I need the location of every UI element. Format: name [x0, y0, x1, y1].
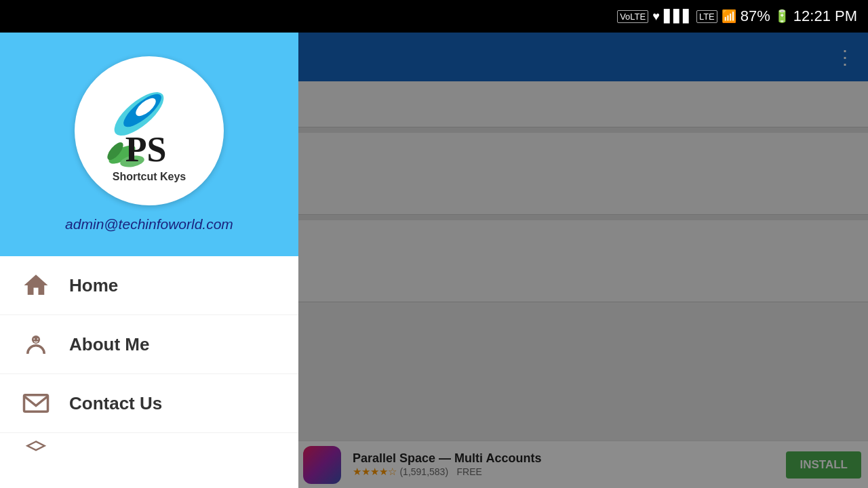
battery-icon: 🔋: [774, 9, 789, 24]
lte-badge: LTE: [696, 10, 717, 23]
svg-rect-12: [24, 395, 48, 412]
nav-item-about[interactable]: About Me: [0, 315, 298, 374]
svg-point-11: [37, 338, 39, 340]
status-bar: VoLTE ♥ ▋▋▋ LTE 📶 87% 🔋 12:21 PM: [0, 0, 868, 33]
bookmark-icon-wrap: [19, 440, 53, 453]
drawer-nav: Home About Me: [0, 256, 298, 488]
email-icon-wrap: [19, 389, 53, 418]
vol-lte-badge: VoLTE: [617, 10, 648, 23]
nav-drawer: PS Shortcut Keys admin@techinfoworld.com…: [0, 33, 298, 488]
logo-svg: PS Shortcut Keys: [85, 66, 214, 195]
battery-percent: 87%: [741, 7, 770, 25]
alarm-icon: ♥: [652, 9, 660, 24]
nav-label-about: About Me: [69, 334, 149, 355]
email-icon: [22, 389, 50, 418]
app-logo: PS Shortcut Keys: [75, 56, 224, 205]
network-signal-icon: 📶: [722, 9, 736, 24]
drawer-header: PS Shortcut Keys admin@techinfoworld.com: [0, 33, 298, 256]
signal-icon: ▋▋▋: [664, 9, 692, 24]
person-icon-wrap: [19, 330, 53, 359]
nav-label-home: Home: [69, 275, 118, 296]
svg-text:Shortcut Keys: Shortcut Keys: [113, 171, 186, 182]
drawer-email: admin@techinfoworld.com: [65, 216, 233, 232]
svg-point-10: [34, 338, 35, 340]
person-icon: [22, 330, 50, 359]
home-icon: [22, 271, 50, 300]
drawer-overlay[interactable]: [298, 33, 868, 488]
home-icon-wrap: [19, 271, 53, 300]
nav-item-partial[interactable]: [0, 433, 298, 460]
bookmark-icon: [25, 440, 47, 453]
nav-item-home[interactable]: Home: [0, 256, 298, 315]
nav-item-contact[interactable]: Contact Us: [0, 374, 298, 433]
status-icons: VoLTE ♥ ▋▋▋ LTE 📶 87% 🔋 12:21 PM: [617, 7, 857, 25]
svg-text:PS: PS: [125, 130, 167, 169]
time-display: 12:21 PM: [793, 7, 857, 25]
nav-label-contact: Contact Us: [69, 393, 162, 414]
